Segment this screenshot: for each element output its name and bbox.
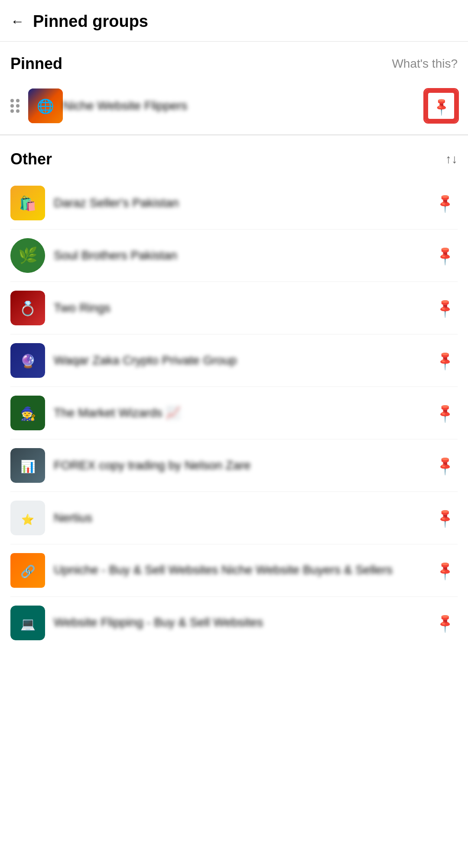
other-group-item: ⭐ Nertius 📌 [10,492,458,544]
pinned-section-header: Pinned What's this? [10,55,458,73]
drag-dot [10,109,14,113]
group-name-text: Nertius [54,511,432,525]
drag-handle-row-2 [10,104,20,108]
svg-text:💍: 💍 [19,300,36,317]
other-group-item: 🛍️ Daraz Seller's Pakistan 📌 [10,177,458,229]
pin-button[interactable]: 📌 [432,505,458,531]
svg-text:🔗: 🔗 [20,564,36,579]
group-name-text: Waqar Zaka Crypto Private Group [54,354,432,367]
group-avatar: 🌐 [28,88,63,123]
pin-inactive-icon: 📌 [434,559,456,581]
other-group-item: 🌿 Soul Brothers Pakistan 📌 [10,229,458,282]
svg-text:🔮: 🔮 [20,354,36,369]
section-divider [0,134,468,135]
svg-text:📊: 📊 [20,459,36,474]
group-avatar: 🌿 [10,238,45,273]
pin-inactive-icon: 📌 [434,297,456,319]
svg-text:⭐: ⭐ [21,513,34,526]
group-avatar: ⭐ [10,501,45,535]
drag-handle-row-1 [10,99,20,102]
svg-text:🌿: 🌿 [18,246,38,265]
pinned-group-item: 🌐 Niche Website Flippers 📌 [10,82,458,130]
drag-handle-row-3 [10,109,20,113]
pin-inactive-icon: 📌 [434,402,456,424]
svg-text:🌐: 🌐 [37,98,54,115]
pin-button[interactable]: 📌 [432,242,458,269]
page-header: ← Pinned groups [0,0,468,42]
group-avatar: 🛍️ [10,186,45,220]
pin-button[interactable]: 📌 [432,295,458,321]
pin-button[interactable]: 📌 [432,557,458,583]
group-name-text: Daraz Seller's Pakistan [54,196,432,210]
drag-dot [10,104,14,108]
pin-button[interactable]: 📌 [432,347,458,373]
other-group-item: 🔗 Upniche - Buy & Sell Websites Niche We… [10,544,458,597]
drag-dot [16,99,20,102]
group-name-text: Website Flipping - Buy & Sell Websites [54,615,432,630]
group-name-text: FOREX copy trading by Nelson Zare [54,459,432,472]
pin-button[interactable]: 📌 [432,610,458,636]
svg-text:🛍️: 🛍️ [19,195,36,212]
drag-dot [16,104,20,108]
group-avatar: 💻 [10,606,45,640]
group-name-text: Soul Brothers Pakistan [54,249,432,262]
group-avatar: 🧙 [10,396,45,430]
pin-inactive-icon: 📌 [434,507,456,529]
drag-dot [16,109,20,113]
other-group-item: 💻 Website Flipping - Buy & Sell Websites… [10,597,458,649]
pinned-section: Pinned What's this? [0,42,468,130]
other-group-item: 🔮 Waqar Zaka Crypto Private Group 📌 [10,334,458,387]
sort-button[interactable]: ↑↓ [445,152,458,166]
other-group-item: 📊 FOREX copy trading by Nelson Zare 📌 [10,439,458,492]
pin-button[interactable]: 📌 [432,452,458,478]
other-section: Other ↑↓ 🛍️ Daraz Seller's Pakistan 📌 [0,140,468,649]
drag-handle[interactable] [10,99,20,113]
pin-inactive-icon: 📌 [434,192,456,214]
page-title: Pinned groups [33,12,148,31]
pin-inactive-icon: 📌 [434,454,456,476]
pin-button[interactable]: 📌 [432,400,458,426]
other-section-header: Other ↑↓ [10,150,458,168]
pin-inactive-icon: 📌 [434,349,456,371]
pinned-section-title: Pinned [10,55,62,73]
back-button[interactable]: ← [10,13,24,29]
svg-text:🧙: 🧙 [20,406,36,422]
pin-active-icon: 📌 [428,93,454,119]
whats-this-link[interactable]: What's this? [392,57,458,71]
unpin-button[interactable]: 📌 [425,89,458,122]
other-group-item: 💍 Two Rings 📌 [10,282,458,334]
group-name-text: Upniche - Buy & Sell Websites Niche Webs… [54,562,432,578]
group-avatar: 🔗 [10,553,45,588]
other-section-title: Other [10,150,52,168]
group-avatar: 📊 [10,448,45,483]
group-avatar: 🔮 [10,343,45,378]
pin-inactive-icon: 📌 [434,612,456,634]
group-name-text: Two Rings [54,301,432,315]
svg-text:💻: 💻 [20,617,36,631]
group-name-text: Niche Website Flippers [63,99,425,113]
group-name-text: The Market Wizards 📈 [54,406,432,420]
pin-button[interactable]: 📌 [432,190,458,216]
other-group-item: 🧙 The Market Wizards 📈 📌 [10,387,458,439]
drag-dot [10,99,14,102]
pin-inactive-icon: 📌 [434,244,456,266]
group-avatar: 💍 [10,291,45,325]
